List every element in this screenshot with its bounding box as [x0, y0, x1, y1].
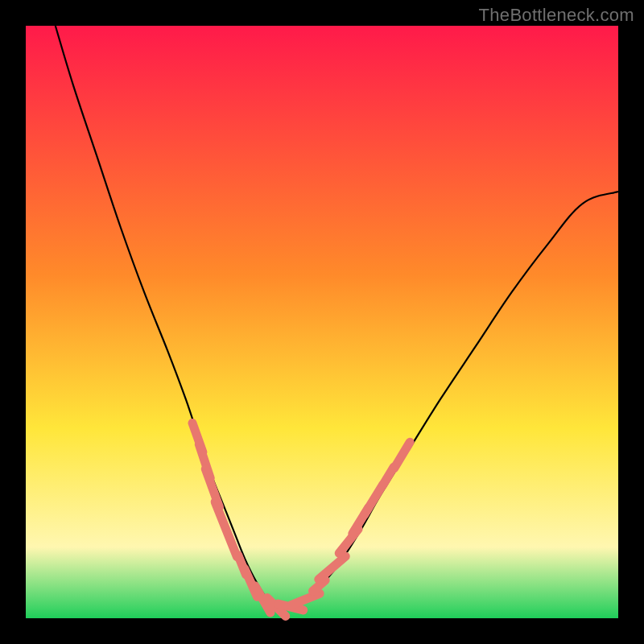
watermark-text: TheBottleneck.com — [479, 5, 634, 26]
bottleneck-chart — [0, 0, 644, 644]
chart-stage: TheBottleneck.com — [0, 0, 644, 644]
plot-area — [26, 26, 618, 618]
